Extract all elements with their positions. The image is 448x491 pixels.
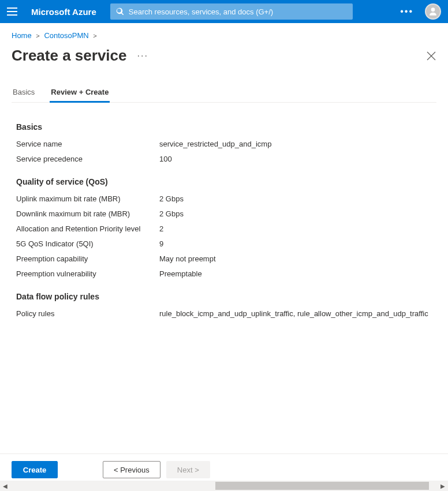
breadcrumb-resource[interactable]: ContosoPMN [44,31,88,40]
breadcrumb-home[interactable]: Home [12,31,32,40]
tab-basics[interactable]: Basics [12,88,36,103]
chevron-right-icon: > [36,32,39,39]
section-basics: Basics Service name service_restricted_u… [16,122,436,163]
horizontal-scrollbar[interactable]: ◀ ▶ [0,481,448,491]
service-precedence-value: 100 [159,155,172,163]
search-icon [116,8,124,16]
arp-value: 2 [159,224,163,233]
preempt-cap-value: May not preempt [159,254,216,263]
row-uplink-mbr: Uplink maximum bit rate (MBR) 2 Gbps [16,194,436,203]
section-qos: Quality of service (QoS) Uplink maximum … [16,177,436,278]
scroll-right-icon[interactable]: ▶ [438,481,448,491]
scroll-left-icon[interactable]: ◀ [0,481,10,491]
page-title: Create a service [12,47,126,65]
topbar: Microsoft Azure Search resources, servic… [0,0,448,23]
service-name-value: service_restricted_udp_and_icmp [159,140,271,148]
uplink-mbr-value: 2 Gbps [159,194,184,203]
close-icon [426,51,436,61]
section-basics-heading: Basics [16,122,436,132]
service-precedence-label: Service precedence [16,155,159,163]
row-arp: Allocation and Retention Priority level … [16,224,436,233]
service-name-label: Service name [16,140,159,148]
more-icon[interactable]: ••• [395,6,418,17]
section-policy: Data flow policy rules Policy rules rule… [16,292,436,318]
title-more-icon[interactable]: ··· [137,51,148,61]
close-button[interactable] [426,51,436,61]
row-service-name: Service name service_restricted_udp_and_… [16,140,436,148]
next-button: Next > [166,461,210,478]
row-preempt-capability: Preemption capability May not preempt [16,254,436,263]
fqi-label: 5G QoS Indicator (5QI) [16,239,159,248]
section-qos-heading: Quality of service (QoS) [16,177,436,186]
tabs: Basics Review + Create [12,88,436,103]
chevron-right-icon: > [93,32,96,39]
row-policy-rules: Policy rules rule_block_icmp_and_udp_upl… [16,309,436,318]
policy-rules-value: rule_block_icmp_and_udp_uplink_traffic, … [159,309,428,318]
tab-review-create[interactable]: Review + Create [50,88,110,103]
downlink-mbr-value: 2 Gbps [159,209,184,218]
preempt-vuln-label: Preemption vulnerability [16,269,159,278]
row-fqi: 5G QoS Indicator (5QI) 9 [16,239,436,248]
scroll-thumb[interactable] [215,482,429,490]
search-input[interactable]: Search resources, services, and docs (G+… [110,3,353,20]
review-content: Basics Service name service_restricted_u… [0,103,448,338]
row-preempt-vulnerability: Preemption vulnerability Preemptable [16,269,436,278]
previous-button[interactable]: < Previous [103,461,160,478]
wizard-footer: Create < Previous Next > [0,453,448,478]
uplink-mbr-label: Uplink maximum bit rate (MBR) [16,194,159,203]
brand-label[interactable]: Microsoft Azure [31,7,96,17]
create-button[interactable]: Create [12,461,58,478]
scroll-track[interactable] [10,481,438,491]
avatar[interactable] [425,3,441,20]
row-downlink-mbr: Downlink maximum bit rate (MBR) 2 Gbps [16,209,436,218]
title-row: Create a service ··· [0,44,448,65]
person-icon [427,6,439,17]
preempt-vuln-value: Preemptable [159,269,202,278]
row-service-precedence: Service precedence 100 [16,155,436,163]
downlink-mbr-label: Downlink maximum bit rate (MBR) [16,209,159,218]
menu-icon[interactable] [7,5,20,18]
preempt-cap-label: Preemption capability [16,254,159,263]
policy-rules-label: Policy rules [16,309,159,318]
arp-label: Allocation and Retention Priority level [16,224,159,233]
section-policy-heading: Data flow policy rules [16,292,436,301]
fqi-value: 9 [159,239,163,248]
search-placeholder: Search resources, services, and docs (G+… [129,8,273,16]
breadcrumb: Home > ContosoPMN > [0,23,448,44]
